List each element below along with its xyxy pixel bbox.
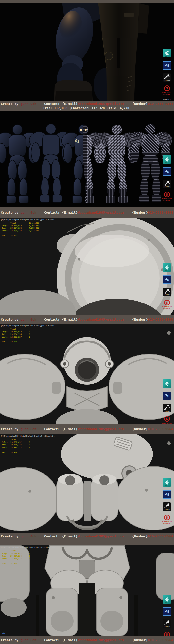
create-by-label: Create by xyxy=(1,102,18,106)
stats-header-row: Total Object005 xyxy=(2,222,39,224)
zbrush-figure-glyph xyxy=(163,180,170,186)
credit-line: Create by gunn Goh Contact: {E.mail} Woo… xyxy=(0,318,174,322)
tris-row: Tris: 29,884,136 0 xyxy=(2,555,30,558)
polys-row: Polys: 29,731,652 0 xyxy=(2,330,30,333)
substance-label: SUBSTANCE PAINTER xyxy=(162,521,171,524)
max-viewport-back-panel: [+][Perspective][DX Mode][Default Shadin… xyxy=(0,434,174,533)
photoshop-icon: Ps xyxy=(162,168,171,176)
substance-painter-icon: S SUBSTANCE PAINTER xyxy=(162,300,171,310)
software-icon-column: MAX Ps ZBRUSH S SUBSTANCE PAINTER xyxy=(161,595,172,636)
substance-s-glyph: S xyxy=(164,632,170,636)
fps-row: FPS: 48.021 xyxy=(2,341,30,344)
credit-banner: Create by gunn Goh Contact: {E.mail} Woo… xyxy=(0,100,174,111)
fps-row: FPS: 36.102 xyxy=(2,235,39,238)
number-tag: {Number} xyxy=(132,427,148,431)
max-viewport-front-panel: [+][Perspective][DX Mode][Default Shadin… xyxy=(0,324,174,424)
fps-row: FPS: 36.857 xyxy=(2,562,30,565)
credit-line: Create by gunn Goh Contact: {E.mail} Woo… xyxy=(0,427,174,431)
substance-painter-icon: S SUBSTANCE PAINTER xyxy=(162,514,171,524)
substance-painter-icon: S SUBSTANCE PAINTER xyxy=(162,86,171,95)
zbrush-figure-glyph xyxy=(163,404,170,410)
zbrush-label: ZBRUSH xyxy=(163,626,170,627)
3dsmax-label: MAX xyxy=(162,162,171,164)
turnaround-artwork: 61 xyxy=(0,111,174,208)
email-tag: {E.mail} xyxy=(62,102,78,106)
substance-label: SUBSTANCE PAINTER xyxy=(162,92,171,95)
number-value: 010-2353-9564 xyxy=(148,534,173,538)
photoshop-label: Ps xyxy=(164,170,169,174)
3dsmax-label: MAX xyxy=(162,56,171,57)
number-value: 010-2353-9564 xyxy=(148,427,173,431)
photoshop-label: Ps xyxy=(164,278,169,282)
zbrush-label: ZBRUSH xyxy=(163,186,170,188)
credit-banner: Create by gunn Goh Contact: {E.mail} Woo… xyxy=(0,316,174,324)
verts-row: Verts: 14,993,327 0 xyxy=(2,446,30,449)
credit-banner: Create by gunn Goh Contact: {E.mail} Woo… xyxy=(0,424,174,434)
stats-col-selected: Object005 xyxy=(29,222,39,224)
axis-gizmo xyxy=(1,630,6,634)
3dsmax-logo-glyph xyxy=(164,51,169,56)
stats-col-total: Total xyxy=(11,438,29,441)
stats-header-row: Total xyxy=(2,438,30,441)
number-tag: {Number} xyxy=(132,638,148,642)
polys-row: Polys: 29,731,652 0 xyxy=(2,552,30,555)
zbrush-label: ZBRUSH xyxy=(163,294,170,296)
polys-row: Polys: 29,731,652 4,208,432 xyxy=(2,224,39,227)
software-icon-column: MAX Ps ZBRUSH S SUBSTANCE PAINTER xyxy=(161,478,172,524)
number-tag: {Number} xyxy=(132,318,148,322)
number-tag: {Number} xyxy=(132,102,148,106)
author-name: gunn Goh xyxy=(21,638,36,642)
stats-header-row: Total xyxy=(2,328,30,330)
axis-gizmo xyxy=(1,527,6,531)
create-by-label: Create by xyxy=(1,638,18,642)
photoshop-icon: Ps xyxy=(162,61,171,70)
zbrush-figure-glyph xyxy=(163,503,170,509)
verts-row: Verts: 14,993,327 0 xyxy=(2,336,30,338)
substance-s-glyph: S xyxy=(164,192,170,198)
substance-label: SUBSTANCE PAINTER xyxy=(162,422,171,424)
contact-label: Contact: xyxy=(44,638,60,642)
contact-label: Contact: xyxy=(44,102,60,106)
create-by-label: Create by xyxy=(1,427,18,431)
tris-row: Tris: 29,884,136 0 xyxy=(2,333,30,336)
email-value: Woodenhand1985@gmail.com xyxy=(78,638,124,642)
zbrush-figure-glyph xyxy=(163,620,170,626)
email-value: Woodenhand1985@gmail.com xyxy=(78,210,124,214)
credit-line: Create by gunn Goh Contact: {E.mail} Woo… xyxy=(0,102,174,106)
stats-col-total: Total xyxy=(11,328,29,330)
marmoset-toolbag-icon: rendered in ☠ MARMOSET TOOLBAG 2 xyxy=(162,98,172,100)
software-icon-column: MAX Ps ZBRUSH S SUBSTANCE PAINTER xyxy=(161,263,172,310)
create-by-label: Create by xyxy=(1,318,18,322)
number-tag: {Number} xyxy=(132,534,148,538)
viewport-stats: Total Polys: 29,731,652 0 Tris: 29,884,1… xyxy=(2,438,30,454)
stats-col-total: Total xyxy=(11,222,29,224)
email-value: Woodenhand1985@gmail.com xyxy=(78,534,124,538)
verts-row: Verts: 14,993,327 0 xyxy=(2,558,30,560)
viewport-label: [+][Perspective][DX Mode][Default Shadin… xyxy=(1,218,55,220)
zbrush-icon: ZBRUSH xyxy=(162,620,171,628)
email-value: Woodenhand1985@gmail.com xyxy=(78,102,124,106)
stats-col-total: Total xyxy=(11,550,29,552)
email-value: Woodenhand1985@gmail.com xyxy=(78,318,124,322)
photoshop-icon: Ps xyxy=(162,607,171,616)
portfolio-sheet: MAX Ps ZBRUSH S SUBSTANCE PAINTER xyxy=(0,0,174,644)
create-by-label: Create by xyxy=(1,534,18,538)
beauty-render-panel: MAX Ps ZBRUSH S SUBSTANCE PAINTER xyxy=(0,3,174,100)
zbrush-icon: ZBRUSH xyxy=(162,180,171,188)
substance-painter-icon: S SUBSTANCE PAINTER xyxy=(162,632,171,636)
substance-s-glyph: S xyxy=(164,514,170,520)
3dsmax-icon: MAX xyxy=(162,595,171,604)
zbrush-figure-glyph xyxy=(163,74,170,80)
max-viewport-legs-panel: [+][Perspective][DX Mode][Default Shadin… xyxy=(0,546,174,636)
zbrush-icon: ZBRUSH xyxy=(162,288,171,296)
zbrush-icon: ZBRUSH xyxy=(162,73,171,82)
substance-painter-icon: S SUBSTANCE PAINTER xyxy=(162,192,171,202)
3dsmax-icon: MAX xyxy=(162,380,171,388)
3dsmax-logo-glyph xyxy=(164,265,169,270)
number-value: 010-2353-9564 xyxy=(148,638,173,642)
3dsmax-logo-glyph xyxy=(164,157,169,162)
3dsmax-icon: MAX xyxy=(162,155,171,164)
3dsmax-icon: MAX xyxy=(162,478,171,486)
number-value: 010-2353-9564 xyxy=(148,102,173,106)
credit-line: Create by gunn Goh Contact: {E.mail} Woo… xyxy=(0,210,174,214)
